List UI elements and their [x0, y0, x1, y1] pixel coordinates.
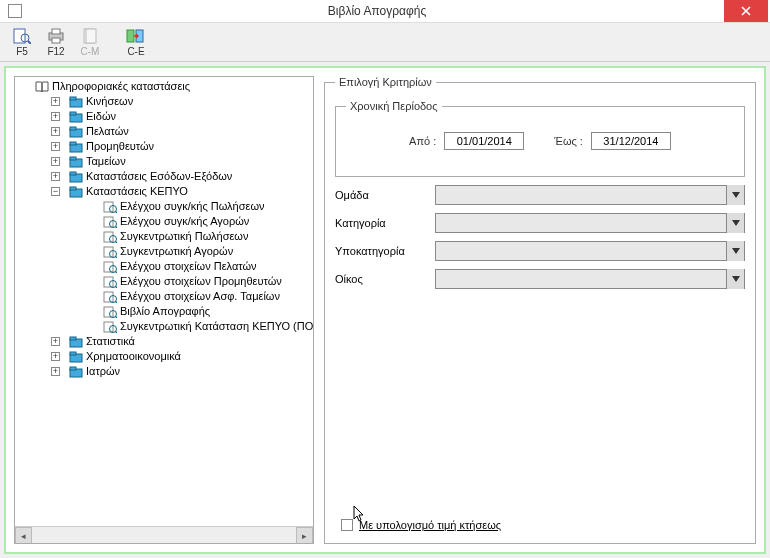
node-label: Ειδών	[86, 109, 116, 124]
scroll-left-button[interactable]: ◂	[15, 527, 32, 544]
calc-cost-checkbox[interactable]	[341, 519, 353, 531]
tree-node[interactable]: +Στατιστικά	[51, 334, 313, 349]
tree-leaf[interactable]: Συγκεντρωτική Πωλήσεων	[85, 229, 313, 244]
svg-rect-5	[52, 38, 60, 43]
tree-node[interactable]: −Καταστάσεις ΚΕΠΥΟΕλέγχου συγκ/κής Πωλήσ…	[51, 184, 313, 334]
date-to-input[interactable]	[591, 132, 671, 150]
collapse-icon[interactable]: −	[51, 187, 60, 196]
expand-icon[interactable]: +	[51, 172, 60, 181]
node-label: Καταστάσεις Εσόδων-Εξόδων	[86, 169, 232, 184]
tree-leaf[interactable]: Ελέγχου στοιχείων Ασφ. Ταμείων	[85, 289, 313, 304]
svg-rect-30	[104, 232, 113, 242]
svg-rect-27	[104, 217, 113, 227]
expand-icon[interactable]: +	[51, 142, 60, 151]
svg-rect-33	[104, 247, 113, 257]
node-label: Ελέγχου στοιχείων Προμηθευτών	[120, 274, 282, 289]
tree-leaf[interactable]: Συγκεντρωτική Κατάσταση ΚΕΠΥΟ (ΠΟΛ. 1…	[85, 319, 313, 334]
preview-icon	[12, 27, 32, 45]
folder-icon	[69, 186, 83, 198]
criteria-panel: Επιλογή Κριτηρίων Χρονική Περίοδος Από :…	[324, 76, 756, 544]
node-label: Συγκεντρωτική Αγορών	[120, 244, 233, 259]
tree-node[interactable]: +Κινήσεων	[51, 94, 313, 109]
filter-dropdown[interactable]	[435, 269, 745, 289]
tree-root[interactable]: Πληροφοριακές καταστάσεις +Κινήσεων+Ειδώ…	[17, 79, 313, 379]
expand-icon[interactable]: +	[51, 352, 60, 361]
scroll-right-button[interactable]: ▸	[296, 527, 313, 544]
node-label: Ταμείων	[86, 154, 126, 169]
tree-leaf[interactable]: Ελέγχου στοιχείων Πελατών	[85, 259, 313, 274]
scrollbar-horizontal[interactable]: ◂ ▸	[15, 526, 313, 543]
folder-icon	[69, 366, 83, 378]
chevron-down-icon	[726, 185, 744, 205]
titlebar: Βιβλίο Απογραφής	[0, 0, 770, 23]
report-icon	[103, 231, 117, 243]
close-button[interactable]	[724, 0, 768, 22]
tree-node[interactable]: +Πελατών	[51, 124, 313, 139]
toolbar-button-cm: C-M	[74, 25, 106, 59]
toolbar-button-f5[interactable]: F5	[6, 25, 38, 59]
svg-rect-8	[127, 30, 134, 42]
node-label: Χρηματοοικονομικά	[86, 349, 181, 364]
tree: Πληροφοριακές καταστάσεις +Κινήσεων+Ειδώ…	[17, 79, 313, 379]
filter-dropdown[interactable]	[435, 241, 745, 261]
tree-panel: Πληροφοριακές καταστάσεις +Κινήσεων+Ειδώ…	[14, 76, 314, 544]
expand-icon[interactable]: +	[51, 127, 60, 136]
node-label: Κινήσεων	[86, 94, 133, 109]
calc-cost-label[interactable]: Με υπολογισμό τιμή κτήσεως	[359, 519, 501, 531]
expander-icon	[85, 307, 94, 316]
tree-leaf[interactable]: Συγκεντρωτική Αγορών	[85, 244, 313, 259]
app-icon	[8, 4, 22, 18]
chevron-down-icon	[726, 241, 744, 261]
expand-icon[interactable]: +	[51, 367, 60, 376]
expand-icon[interactable]: +	[51, 337, 60, 346]
node-label: Πληροφοριακές καταστάσεις	[52, 79, 190, 94]
date-range-legend: Χρονική Περίοδος	[346, 100, 442, 112]
filter-dropdown[interactable]	[435, 213, 745, 233]
svg-line-26	[116, 211, 118, 213]
report-icon	[103, 321, 117, 333]
tree-node[interactable]: +Χρηματοοικονομικά	[51, 349, 313, 364]
svg-line-47	[116, 316, 118, 318]
toolbar-button-f12[interactable]: F12	[40, 25, 72, 59]
tree-node[interactable]: +Καταστάσεις Εσόδων-Εξόδων	[51, 169, 313, 184]
expand-icon[interactable]: +	[51, 112, 60, 121]
tree-node[interactable]: +Ειδών	[51, 109, 313, 124]
folder-icon	[69, 96, 83, 108]
criteria-legend: Επιλογή Κριτηρίων	[335, 76, 436, 88]
report-icon	[103, 246, 117, 258]
svg-rect-23	[70, 187, 76, 190]
svg-line-50	[116, 331, 118, 333]
filter-label: Ομάδα	[335, 189, 435, 201]
export-icon	[126, 27, 146, 45]
svg-line-41	[116, 286, 118, 288]
toolbar-label: F5	[16, 47, 28, 57]
book-icon	[35, 81, 49, 93]
filter-dropdown[interactable]	[435, 185, 745, 205]
svg-rect-52	[70, 337, 76, 340]
svg-rect-4	[52, 29, 60, 34]
tree-node[interactable]: +Προμηθευτών	[51, 139, 313, 154]
tree-leaf[interactable]: Ελέγχου στοιχείων Προμηθευτών	[85, 274, 313, 289]
tree-leaf[interactable]: Ελέγχου συγκ/κής Αγορών	[85, 214, 313, 229]
expand-icon[interactable]: +	[51, 97, 60, 106]
svg-rect-54	[70, 352, 76, 355]
svg-rect-56	[70, 367, 76, 370]
report-icon	[103, 261, 117, 273]
toolbar-label: C-E	[127, 47, 144, 57]
svg-rect-17	[70, 142, 76, 145]
date-from-input[interactable]	[444, 132, 524, 150]
tree-node[interactable]: +Ταμείων	[51, 154, 313, 169]
scroll-track[interactable]	[32, 527, 296, 543]
toolbar-button-ce[interactable]: C-E	[120, 25, 152, 59]
svg-line-2	[28, 41, 31, 44]
filter-row: Κατηγορία	[335, 213, 745, 233]
expand-icon[interactable]: +	[51, 157, 60, 166]
tree-node[interactable]: +Ιατρών	[51, 364, 313, 379]
svg-line-32	[116, 241, 118, 243]
tree-leaf[interactable]: Βιβλίο Απογραφής	[85, 304, 313, 319]
tree-leaf[interactable]: Ελέγχου συγκ/κής Πωλήσεων	[85, 199, 313, 214]
filter-row: Υποκατηγορία	[335, 241, 745, 261]
expander-icon	[85, 322, 94, 331]
report-icon	[103, 201, 117, 213]
tree-scroll[interactable]: Πληροφοριακές καταστάσεις +Κινήσεων+Ειδώ…	[15, 77, 313, 526]
